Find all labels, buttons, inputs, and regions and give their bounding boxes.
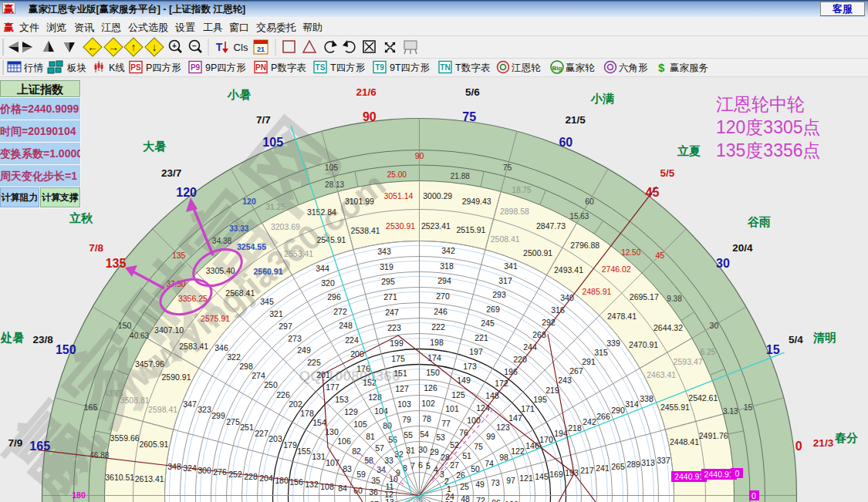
svg-text:180: 180 [275, 476, 289, 485]
svg-text:339: 339 [606, 339, 620, 348]
svg-text:101: 101 [445, 404, 459, 413]
svg-text:31: 31 [406, 446, 415, 455]
svg-text:169: 169 [549, 470, 563, 479]
svg-text:121: 121 [519, 473, 533, 483]
svg-text:5: 5 [426, 461, 431, 470]
svg-text:2470.91: 2470.91 [629, 340, 658, 349]
svg-text:290: 290 [611, 406, 625, 415]
svg-text:241: 241 [596, 463, 610, 473]
svg-text:148: 148 [485, 391, 499, 400]
svg-text:谷雨: 谷雨 [747, 215, 771, 228]
svg-text:251: 251 [240, 423, 254, 432]
svg-text:2560.91: 2560.91 [254, 267, 283, 276]
svg-text:3203.69: 3203.69 [271, 222, 300, 231]
svg-text:30: 30 [418, 445, 427, 454]
svg-text:T四方形: T四方形 [330, 62, 366, 73]
svg-text:3457.96: 3457.96 [135, 359, 164, 369]
svg-text:81: 81 [366, 432, 375, 441]
svg-text:33: 33 [384, 456, 393, 465]
svg-text:PN: PN [255, 63, 266, 72]
svg-text:147: 147 [508, 413, 522, 423]
svg-text:293: 293 [492, 290, 506, 299]
svg-text:2605.91: 2605.91 [139, 440, 168, 449]
svg-text:29: 29 [430, 447, 439, 457]
svg-text:2796.88: 2796.88 [570, 241, 599, 250]
svg-text:2455.91: 2455.91 [660, 403, 690, 412]
svg-text:2898.58: 2898.58 [500, 207, 529, 216]
svg-text:21/3: 21/3 [813, 437, 834, 449]
svg-text:2508.41: 2508.41 [491, 234, 520, 244]
svg-text:板块: 板块 [66, 62, 86, 73]
svg-text:49: 49 [475, 480, 485, 489]
svg-text:3101.99: 3101.99 [345, 197, 374, 206]
svg-text:4: 4 [434, 465, 438, 474]
svg-text:大暑: 大暑 [143, 140, 166, 153]
svg-text:270: 270 [436, 291, 450, 301]
svg-text:296: 296 [327, 292, 341, 302]
svg-text:179: 179 [283, 440, 297, 450]
svg-text:2500.91: 2500.91 [523, 248, 552, 258]
svg-text:2545.91: 2545.91 [316, 235, 346, 244]
svg-text:2613.41: 2613.41 [135, 474, 164, 483]
svg-text:123: 123 [496, 423, 510, 432]
svg-text:220: 220 [513, 355, 527, 364]
svg-text:21: 21 [257, 45, 265, 53]
svg-text:221: 221 [475, 333, 488, 342]
svg-text:177: 177 [326, 382, 339, 392]
svg-text:2485.91: 2485.91 [582, 287, 611, 296]
svg-text:T9: T9 [375, 63, 384, 72]
svg-text:135度3356点: 135度3356点 [716, 140, 821, 160]
svg-text:3508.81: 3508.81 [120, 396, 150, 405]
svg-text:23/8: 23/8 [33, 334, 54, 345]
svg-text:12.50: 12.50 [621, 248, 640, 257]
svg-text:126: 126 [424, 383, 437, 393]
svg-text:193: 193 [565, 468, 579, 477]
svg-text:343: 343 [377, 247, 391, 256]
svg-text:344: 344 [316, 264, 329, 273]
svg-text:TN: TN [440, 63, 450, 72]
svg-text:265: 265 [611, 462, 625, 471]
svg-text:55: 55 [404, 430, 413, 440]
svg-text:90: 90 [363, 110, 377, 123]
svg-text:3.13: 3.13 [723, 407, 738, 416]
svg-text:2593.47: 2593.47 [674, 357, 703, 366]
svg-text:2478.41: 2478.41 [607, 312, 637, 321]
svg-text:60: 60 [585, 197, 594, 206]
svg-text:江恩轮中轮: 江恩轮中轮 [716, 94, 805, 114]
svg-text:21.88: 21.88 [451, 172, 470, 180]
svg-text:198: 198 [430, 338, 444, 347]
svg-text:73: 73 [491, 478, 500, 487]
svg-text:2463.41: 2463.41 [647, 370, 676, 379]
svg-text:135: 135 [106, 257, 127, 270]
svg-text:3152.84: 3152.84 [307, 207, 336, 217]
svg-text:218: 218 [568, 423, 582, 433]
svg-text:0: 0 [751, 491, 756, 500]
svg-text:243: 243 [558, 376, 572, 385]
svg-text:2746.02: 2746.02 [602, 264, 631, 274]
svg-text:317: 317 [498, 276, 512, 285]
svg-text:342: 342 [441, 246, 455, 255]
svg-text:122: 122 [511, 446, 525, 456]
svg-text:7/8: 7/8 [89, 242, 103, 254]
svg-text:赢家服务: 赢家服务 [670, 62, 708, 73]
svg-text:76: 76 [459, 428, 468, 437]
svg-text:199: 199 [390, 339, 404, 348]
svg-text:106: 106 [337, 436, 351, 446]
svg-text:2515.91: 2515.91 [456, 225, 485, 234]
svg-text:135: 135 [172, 251, 186, 260]
svg-text:124: 124 [476, 403, 490, 413]
svg-text:30: 30 [716, 257, 730, 270]
svg-text:21/6: 21/6 [356, 86, 377, 98]
svg-text:2644.32: 2644.32 [654, 323, 683, 332]
svg-text:15: 15 [766, 343, 780, 356]
svg-text:43.75: 43.75 [104, 389, 123, 398]
svg-text:2598.41: 2598.41 [148, 405, 177, 414]
svg-text:处暑: 处暑 [0, 331, 24, 344]
svg-text:7: 7 [410, 461, 415, 470]
svg-text:170: 170 [539, 435, 553, 444]
svg-text:5/6: 5/6 [465, 86, 480, 98]
svg-text:P数字表: P数字表 [271, 62, 306, 73]
svg-text:春分: 春分 [834, 431, 858, 444]
svg-text:145: 145 [535, 472, 549, 481]
svg-text:298: 298 [239, 362, 253, 371]
